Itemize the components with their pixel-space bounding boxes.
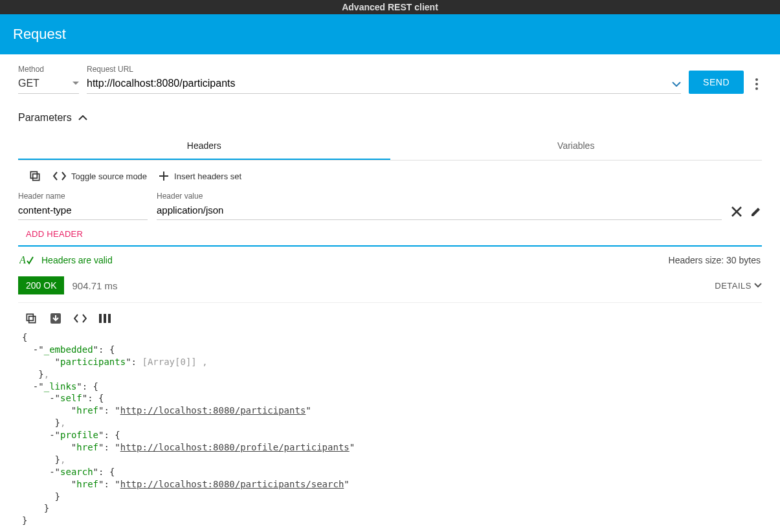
header-value-input[interactable]: [157, 202, 722, 220]
header-row: Header name Header value: [18, 189, 762, 220]
method-field: Method GET: [18, 65, 79, 94]
json-toggle[interactable]: -: [49, 467, 54, 477]
method-value: GET: [18, 78, 39, 89]
toggle-source-button[interactable]: Toggle source mode: [53, 172, 147, 181]
response-body: { -"_embedded": { "participants": [Array…: [18, 331, 762, 532]
json-key: _embedded: [44, 344, 93, 355]
json-array-meta[interactable]: [Array[0]]: [142, 357, 196, 367]
headers-size: Headers size: 30 bytes: [669, 255, 761, 265]
svg-point-2: [755, 87, 758, 90]
close-icon[interactable]: [731, 206, 742, 217]
json-key: href: [76, 405, 98, 416]
json-key: profile: [60, 430, 98, 440]
svg-rect-4: [30, 172, 37, 178]
copy-icon[interactable]: [28, 170, 41, 183]
json-key: _links: [44, 381, 77, 392]
svg-text:A: A: [19, 254, 26, 265]
download-icon[interactable]: [49, 312, 62, 325]
details-button[interactable]: DETAILS: [715, 281, 762, 291]
dropdown-arrow-icon: [72, 82, 79, 85]
header-name-label: Header name: [18, 192, 148, 201]
insert-headers-label: Insert headers set: [174, 172, 241, 181]
svg-rect-7: [27, 314, 33, 320]
tab-variables[interactable]: Variables: [390, 133, 763, 160]
status-badge: 200 OK: [18, 276, 64, 294]
add-header-button[interactable]: ADD HEADER: [18, 220, 762, 247]
json-link[interactable]: http://localhost:8080/participants: [120, 405, 306, 416]
tab-headers[interactable]: Headers: [18, 133, 390, 160]
raw-view-icon[interactable]: [74, 312, 87, 325]
valid-check-icon: A: [19, 254, 34, 266]
json-toggle[interactable]: -: [49, 393, 54, 403]
url-label: Request URL: [87, 65, 681, 74]
window-title: Advanced REST client: [0, 0, 780, 14]
method-select[interactable]: GET: [18, 75, 79, 94]
svg-rect-10: [104, 314, 106, 323]
headers-toolbar: Toggle source mode Insert headers set: [18, 161, 762, 189]
app-header: Request: [0, 14, 780, 54]
svg-point-1: [755, 83, 758, 85]
copy-response-icon[interactable]: [25, 312, 38, 325]
svg-rect-11: [108, 314, 111, 323]
svg-rect-6: [29, 316, 36, 323]
header-name-input[interactable]: [18, 202, 148, 220]
request-row: Method GET Request URL SEND: [18, 65, 762, 94]
url-input[interactable]: [87, 75, 672, 93]
json-key: search: [60, 467, 93, 477]
json-link[interactable]: http://localhost:8080/profile/participan…: [120, 442, 350, 452]
json-key: href: [76, 479, 98, 489]
json-key: participants: [60, 357, 126, 367]
more-menu-icon[interactable]: [752, 74, 762, 94]
validation-row: A Headers are valid Headers size: 30 byt…: [18, 247, 762, 274]
chevron-up-icon: [78, 115, 87, 120]
code-icon: [53, 172, 66, 181]
parameters-toggle[interactable]: Parameters: [18, 112, 762, 124]
url-field: Request URL: [87, 65, 681, 94]
chevron-down-icon: [754, 283, 762, 288]
validation-message: Headers are valid: [41, 255, 113, 265]
status-row: 200 OK 904.71 ms DETAILS: [18, 276, 762, 303]
plus-icon: [159, 171, 169, 181]
details-label: DETAILS: [715, 281, 752, 291]
send-button[interactable]: SEND: [689, 71, 744, 94]
url-dropdown-icon[interactable]: [672, 82, 681, 87]
svg-point-0: [755, 78, 758, 81]
response-time: 904.71 ms: [72, 280, 117, 291]
header-value-label: Header value: [157, 192, 722, 201]
svg-rect-9: [99, 314, 102, 323]
method-label: Method: [18, 65, 79, 74]
json-link[interactable]: http://localhost:8080/participants/searc…: [120, 479, 344, 489]
edit-icon[interactable]: [750, 206, 762, 217]
svg-rect-3: [33, 174, 39, 181]
json-key: self: [60, 393, 82, 403]
insert-headers-button[interactable]: Insert headers set: [159, 171, 241, 181]
response-toolbar: [18, 303, 762, 331]
columns-icon[interactable]: [98, 312, 111, 325]
parameters-label: Parameters: [18, 112, 72, 124]
json-key: href: [76, 442, 98, 452]
page-title: Request: [13, 26, 66, 42]
json-toggle[interactable]: -: [49, 430, 54, 440]
tabs: Headers Variables: [18, 133, 762, 161]
toggle-source-label: Toggle source mode: [71, 172, 147, 181]
